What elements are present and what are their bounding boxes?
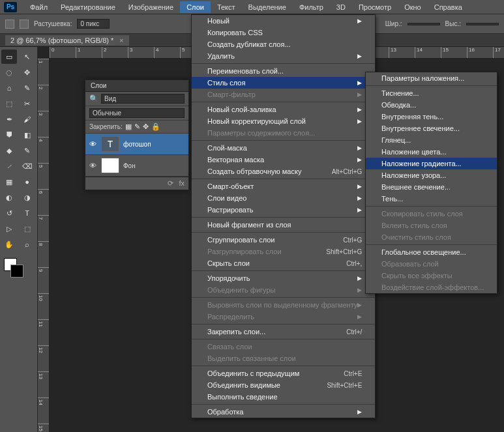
tool-9[interactable]: 🖌 [20,112,35,126]
menu-item[interactable]: Объединить с предыдущимCtrl+E [192,367,375,379]
tool-14[interactable]: ⟋ [1,159,17,173]
menu-item[interactable]: Выполнить сведение [192,391,375,403]
tool-1[interactable]: ↖ [20,50,35,64]
tool-25[interactable]: ⌕ [20,237,35,252]
menu-item[interactable]: Стиль слоя▶ [192,77,375,89]
tool-preset-icon[interactable] [5,20,14,29]
menu-item[interactable]: Тень... [366,193,497,205]
tool-18[interactable]: ◐ [1,190,17,205]
width-input[interactable] [408,23,440,25]
tool-24[interactable]: ✋ [1,237,17,252]
menu-item[interactable]: Скрыть слоиCtrl+, [192,257,375,269]
link-icon[interactable]: ⟳ [168,179,173,188]
menu-окно[interactable]: Окно [398,1,428,13]
menu-item-label: Новый фрагмент из слоя [207,221,291,229]
layer-name: Фон [123,162,136,169]
menu-item[interactable]: Смарт-объект▶ [192,180,375,192]
menu-3d[interactable]: 3D [330,1,352,13]
menu-item[interactable]: Глобальное освещение... [366,246,497,258]
visibility-icon[interactable]: 👁 [88,162,97,169]
layer-row[interactable]: 👁Фон [85,155,188,177]
lock-position-icon[interactable]: ✥ [143,122,149,131]
menu-item[interactable]: Слой-маска▶ [192,142,375,154]
menu-текст[interactable]: Текст [211,1,242,13]
menu-item[interactable]: Параметры наложения... [366,72,497,84]
tool-10[interactable]: ⛊ [1,128,17,142]
background-swatch[interactable] [10,265,23,278]
tool-16[interactable]: ▦ [1,175,17,189]
menu-item[interactable]: Новый▶ [192,15,375,27]
menu-выделение[interactable]: Выделение [242,1,293,13]
tool-17[interactable]: ● [20,175,35,189]
tool-21[interactable]: T [20,206,35,220]
tool-7[interactable]: ✂ [20,96,35,111]
menu-item[interactable]: Векторная маска▶ [192,154,375,166]
fx-icon[interactable]: fx [179,179,185,188]
menu-фильтр[interactable]: Фильтр [293,1,330,13]
menu-item[interactable]: Внутреннее свечение... [366,122,497,134]
menu-редактирование[interactable]: Редактирование [54,1,122,13]
tool-8[interactable]: ✒ [1,112,17,126]
menu-просмотр[interactable]: Просмотр [352,1,398,13]
blend-mode-select[interactable]: Обычные [89,108,185,118]
menu-item[interactable]: Объединить видимыеShift+Ctrl+E [192,379,375,391]
tool-22[interactable]: ▷ [1,222,17,236]
menu-item[interactable]: Наложение цвета... [366,146,497,158]
menu-item[interactable]: Закрепить слои...Ctrl+/ [192,326,375,338]
menu-справка[interactable]: Справка [428,1,469,13]
tool-3[interactable]: ✥ [20,65,35,79]
menu-item[interactable]: Удалить▶ [192,50,375,62]
menu-изображение[interactable]: Изображение [122,1,180,13]
submenu-arrow-icon: ▶ [357,183,362,190]
submenu-arrow-icon: ▶ [357,91,362,98]
menu-слои[interactable]: Слои [180,1,211,13]
menu-item[interactable]: Глянец... [366,134,497,146]
menu-item[interactable]: Обработка▶ [192,406,375,418]
menu-item-label: Слои видео [207,194,246,202]
tool-0[interactable]: ▭ [1,50,17,64]
menu-item[interactable]: Новый корректирующий слой▶ [192,115,375,127]
tool-23[interactable]: ⬚ [20,222,35,236]
menu-item[interactable]: Тиснение... [366,87,497,99]
layer-row[interactable]: 👁Tфотошоп [85,134,188,155]
height-input[interactable] [466,23,499,25]
tool-15[interactable]: ⌫ [20,159,35,173]
menu-item[interactable]: Растрировать▶ [192,204,375,216]
tool-4[interactable]: ⌂ [1,81,17,95]
menu-item[interactable]: Внешнее свечение... [366,181,497,193]
shape-mode-icon[interactable] [20,20,29,29]
lock-all-icon[interactable]: ▦ [125,122,132,131]
menu-item[interactable]: Упорядочить▶ [192,272,375,284]
lock-icon[interactable]: 🔒 [151,122,160,131]
tool-20[interactable]: ↺ [1,206,17,220]
menu-item[interactable]: Наложение градиента... [366,158,497,169]
menu-item[interactable]: Наложение узора... [366,169,497,181]
menu-item-label: Смарт-фильтр [207,91,256,98]
layer-filter-kind[interactable]: Вид [101,94,185,104]
lock-pixels-icon[interactable]: ✎ [134,122,140,131]
tool-6[interactable]: ⬚ [1,96,17,111]
tool-19[interactable]: ◑ [20,190,35,205]
menu-файл[interactable]: Файл [23,1,54,13]
menu-item[interactable]: Переименовать слой... [192,65,375,77]
menu-item[interactable]: Сгруппировать слоиCtrl+G [192,234,375,246]
feather-input[interactable]: 0 пикс [77,19,110,29]
document-tab[interactable]: 2 @ 66,7% (фотошоп, RGB/8) * × [5,35,129,46]
tool-2[interactable]: ◌ [1,65,17,79]
close-icon[interactable]: × [119,36,123,44]
visibility-icon[interactable]: 👁 [88,140,97,148]
menu-item[interactable]: Слои видео▶ [192,192,375,204]
menu-item[interactable]: Новый фрагмент из слоя [192,219,375,231]
tool-12[interactable]: ◆ [1,143,17,158]
menu-item[interactable]: Обводка... [366,99,497,111]
menu-item[interactable]: Внутренняя тень... [366,111,497,122]
menu-item[interactable]: Создать обтравочную маскуAlt+Ctrl+G [192,166,375,177]
tool-11[interactable]: ◧ [20,128,35,142]
menu-item[interactable]: Создать дубликат слоя... [192,38,375,50]
tool-5[interactable]: ✎ [20,81,35,95]
toolbox: ▭↖◌✥⌂✎⬚✂✒🖌⛊◧◆✎⟋⌫▦●◐◑↺T▷⬚✋⌕ [0,47,38,432]
menu-item[interactable]: Новый слой-заливка▶ [192,104,375,115]
menu-item[interactable]: Копировать CSS [192,27,375,38]
tool-13[interactable]: ✎ [20,143,35,158]
layers-panel-tab[interactable]: Слои [85,80,188,92]
